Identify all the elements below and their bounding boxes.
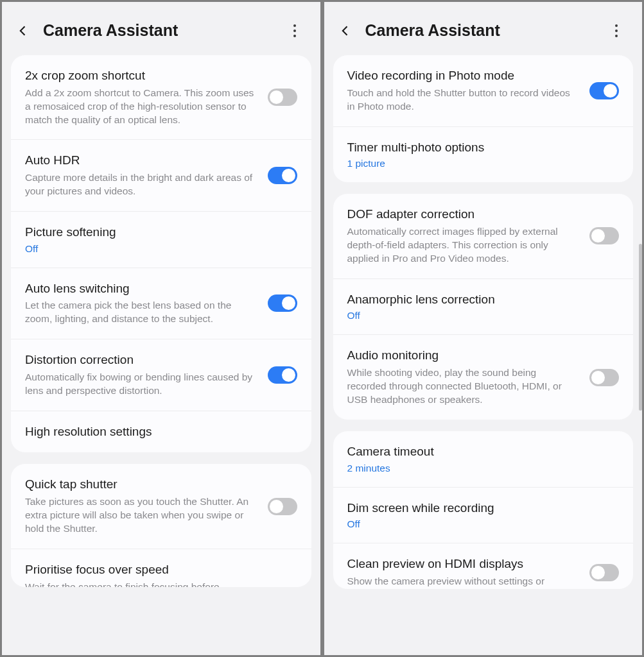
row-title: Anamorphic lens correction	[347, 292, 620, 308]
row-auto-lens-switching[interactable]: Auto lens switching Let the camera pick …	[11, 268, 311, 339]
row-audio-monitoring[interactable]: Audio monitoring While shooting video, p…	[333, 334, 634, 419]
row-title: Auto HDR	[25, 153, 256, 169]
row-clean-preview-hdmi[interactable]: Clean preview on HDMI displays Show the …	[333, 543, 634, 589]
settings-group: 2x crop zoom shortcut Add a 2x zoom shor…	[11, 55, 311, 452]
row-title: Auto lens switching	[25, 281, 256, 297]
row-title: Clean preview on HDMI displays	[347, 556, 579, 572]
row-title: Quick tap shutter	[25, 477, 256, 493]
row-anamorphic-lens-correction[interactable]: Anamorphic lens correction Off	[333, 278, 634, 335]
row-picture-softening[interactable]: Picture softening Off	[11, 211, 311, 268]
row-title: Video recording in Photo mode	[347, 68, 579, 84]
toggle-audio-monitoring[interactable]	[589, 369, 619, 386]
row-value: 1 picture	[347, 158, 620, 169]
toggle-auto-hdr[interactable]	[268, 167, 297, 184]
back-icon[interactable]	[337, 22, 354, 39]
row-high-resolution-settings[interactable]: High resolution settings	[11, 411, 311, 453]
row-title: Picture softening	[25, 225, 297, 241]
row-desc: While shooting video, play the sound bei…	[347, 366, 579, 407]
row-title: Distortion correction	[25, 352, 256, 368]
toggle-clean-preview-hdmi[interactable]	[589, 564, 619, 581]
row-title: DOF adapter correction	[347, 207, 579, 223]
row-title: Prioritise focus over speed	[25, 562, 297, 578]
row-timer-multi-photo[interactable]: Timer multi-photo options 1 picture	[333, 126, 634, 183]
settings-group: Video recording in Photo mode Touch and …	[333, 55, 634, 182]
page-title: Camera Assistant	[43, 21, 275, 40]
toggle-video-recording-photo-mode[interactable]	[589, 82, 619, 99]
toggle-2x-crop-zoom[interactable]	[268, 89, 297, 106]
settings-list: 2x crop zoom shortcut Add a 2x zoom shor…	[2, 55, 320, 655]
row-desc: Let the camera pick the best lens based …	[25, 299, 256, 326]
row-video-recording-photo-mode[interactable]: Video recording in Photo mode Touch and …	[333, 55, 634, 126]
back-icon[interactable]	[15, 22, 31, 39]
header: Camera Assistant	[324, 2, 643, 55]
row-desc: Automatically correct images flipped by …	[347, 225, 579, 266]
row-desc: Show the camera preview without settings…	[347, 575, 579, 589]
row-value: 2 minutes	[347, 463, 620, 474]
left-screen: Camera Assistant 2x crop zoom shortcut A…	[0, 0, 322, 657]
row-desc: Take pictures as soon as you touch the S…	[25, 495, 256, 536]
page-title: Camera Assistant	[365, 21, 598, 40]
more-icon[interactable]	[287, 23, 302, 38]
row-desc: Touch and hold the Shutter button to rec…	[347, 87, 579, 114]
row-camera-timeout[interactable]: Camera timeout 2 minutes	[333, 431, 634, 487]
scrollbar[interactable]	[639, 244, 642, 411]
row-value: Off	[25, 243, 297, 255]
row-dof-adapter-correction[interactable]: DOF adapter correction Automatically cor…	[333, 194, 634, 278]
more-icon[interactable]	[609, 23, 624, 38]
row-quick-tap-shutter[interactable]: Quick tap shutter Take pictures as soon …	[11, 464, 311, 548]
row-title: 2x crop zoom shortcut	[25, 68, 256, 84]
row-desc: Wait for the camera to finish focusing b…	[25, 581, 297, 587]
row-distortion-correction[interactable]: Distortion correction Automatically fix …	[11, 339, 311, 411]
row-prioritise-focus[interactable]: Prioritise focus over speed Wait for the…	[11, 549, 311, 587]
row-auto-hdr[interactable]: Auto HDR Capture more details in the bri…	[11, 139, 311, 211]
row-title: Dim screen while recording	[347, 500, 620, 516]
right-screen: Camera Assistant Video recording in Phot…	[322, 0, 645, 657]
row-title: Audio monitoring	[347, 348, 579, 364]
row-dim-screen-recording[interactable]: Dim screen while recording Off	[333, 487, 634, 543]
settings-group: Quick tap shutter Take pictures as soon …	[11, 464, 311, 586]
row-title: High resolution settings	[25, 424, 297, 440]
settings-group: Camera timeout 2 minutes Dim screen whil…	[333, 431, 634, 589]
row-title: Camera timeout	[347, 444, 620, 460]
row-desc: Add a 2x zoom shortcut to Camera. This z…	[25, 87, 256, 127]
row-desc: Automatically fix bowing or bending line…	[25, 371, 256, 398]
header: Camera Assistant	[2, 2, 320, 55]
toggle-dof-adapter-correction[interactable]	[589, 227, 619, 244]
toggle-quick-tap-shutter[interactable]	[268, 498, 297, 515]
settings-list: Video recording in Photo mode Touch and …	[324, 55, 643, 655]
row-desc: Capture more details in the bright and d…	[25, 171, 256, 198]
row-value: Off	[347, 310, 620, 321]
toggle-distortion-correction[interactable]	[268, 366, 297, 384]
row-2x-crop-zoom[interactable]: 2x crop zoom shortcut Add a 2x zoom shor…	[11, 55, 311, 139]
row-title: Timer multi-photo options	[347, 140, 620, 156]
toggle-auto-lens-switching[interactable]	[268, 294, 297, 312]
row-value: Off	[347, 518, 620, 530]
settings-group: DOF adapter correction Automatically cor…	[333, 194, 634, 420]
